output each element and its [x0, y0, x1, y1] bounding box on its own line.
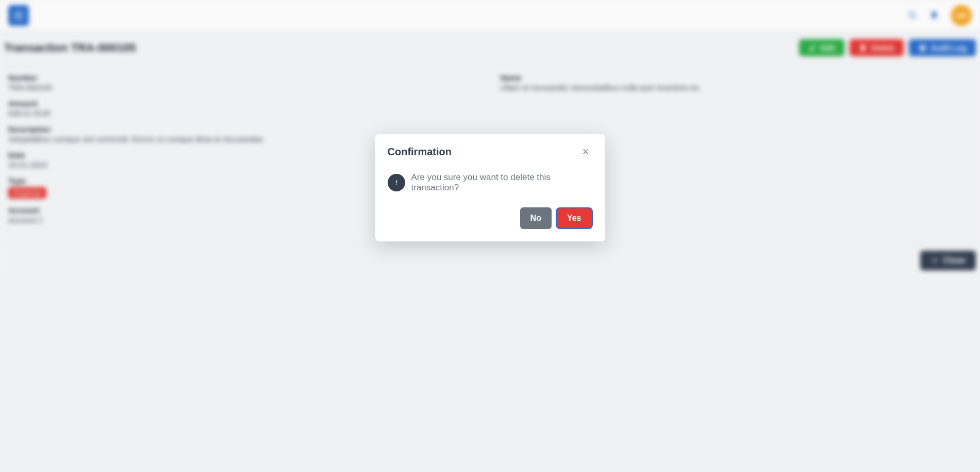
- svg-rect-2: [396, 184, 397, 185]
- svg-rect-1: [396, 181, 397, 184]
- exclamation-icon: [388, 174, 405, 191]
- confirmation-dialog: Confirmation Are you sure you want to de…: [375, 134, 605, 241]
- dialog-yes-button[interactable]: Yes: [556, 207, 593, 229]
- dialog-message: Are you sure you want to delete this tra…: [411, 172, 593, 193]
- modal-backdrop[interactable]: Confirmation Are you sure you want to de…: [0, 0, 980, 472]
- dialog-header: Confirmation: [375, 134, 605, 162]
- dialog-title: Confirmation: [388, 146, 452, 158]
- dialog-close-button[interactable]: [578, 144, 593, 159]
- dialog-footer: No Yes: [375, 197, 605, 241]
- close-icon: [582, 148, 590, 156]
- dialog-no-button[interactable]: No: [520, 207, 552, 229]
- dialog-body: Are you sure you want to delete this tra…: [375, 162, 605, 197]
